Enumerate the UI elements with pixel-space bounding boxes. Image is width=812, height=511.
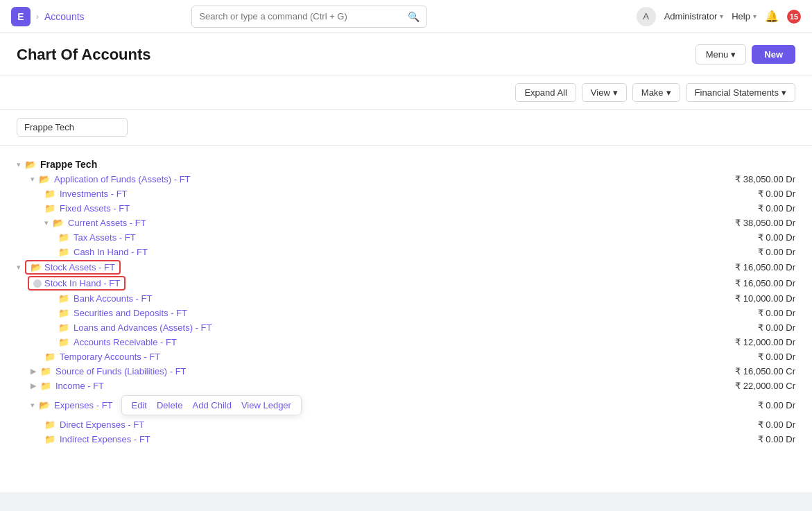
make-dropdown-arrow: ▾ — [666, 87, 671, 98]
new-button[interactable]: New — [752, 45, 795, 64]
income-toggle[interactable]: ▶ — [31, 381, 36, 390]
notification-badge: 15 — [787, 10, 801, 24]
tree-row-source-funds: ▶ Source of Funds (Liabilities) - FT ₹ 1… — [17, 364, 795, 379]
temporary-accounts-label[interactable]: Temporary Accounts - FT — [60, 352, 160, 362]
tree-row-temporary-accounts: Temporary Accounts - FT ₹ 0.00 Dr — [17, 349, 795, 364]
context-view-ledger[interactable]: View Ledger — [239, 399, 294, 412]
menu-dropdown-arrow: ▾ — [731, 49, 736, 60]
filter-bar — [0, 110, 812, 146]
company-filter-input[interactable] — [17, 118, 128, 137]
loans-icon — [58, 322, 69, 333]
accounts-receivable-icon — [58, 337, 69, 347]
tree-row-stock-assets: ▾ Stock Assets - FT ₹ 16,050.00 Dr — [17, 259, 795, 275]
income-icon — [40, 381, 51, 391]
tax-assets-icon — [58, 232, 69, 243]
root-folder-icon — [25, 159, 36, 170]
tree-row-investments: Investments - FT ₹ 0.00 Dr — [17, 187, 795, 201]
search-icon: 🔍 — [408, 11, 420, 22]
tree-row-cash-in-hand: Cash In Hand - FT ₹ 0.00 Dr — [17, 245, 795, 259]
notifications-icon[interactable]: 🔔 — [765, 10, 779, 23]
tree-row-loans: Loans and Advances (Assets) - FT ₹ 0.00 … — [17, 320, 795, 335]
temporary-accounts-amount: ₹ 0.00 Dr — [712, 352, 795, 362]
user-menu[interactable]: Administrator ▾ — [664, 11, 724, 21]
stock-assets-amount: ₹ 16,050.00 Dr — [712, 262, 795, 272]
stock-assets-toggle[interactable]: ▾ — [17, 263, 21, 272]
tree-row-current-assets: ▾ Current Assets - FT ₹ 38,050.00 Dr — [17, 216, 795, 230]
expand-all-button[interactable]: Expand All — [515, 83, 576, 102]
app-logo[interactable]: E — [11, 7, 31, 26]
current-assets-amount: ₹ 38,050.00 Dr — [712, 218, 795, 228]
tree-row-direct-expenses: Direct Expenses - FT ₹ 0.00 Dr — [17, 417, 795, 432]
fixed-assets-label[interactable]: Fixed Assets - FT — [60, 203, 130, 214]
app-funds-amount: ₹ 38,050.00 Dr — [712, 174, 795, 184]
investments-amount: ₹ 0.00 Dr — [712, 189, 795, 199]
temporary-accounts-icon — [44, 352, 55, 362]
expenses-amount: ₹ 0.00 Dr — [712, 400, 795, 410]
investments-label[interactable]: Investments - FT — [60, 189, 128, 199]
tree-row-expenses: ▾ Expenses - FT Edit Delete Add Child Vi… — [17, 393, 795, 417]
loans-label[interactable]: Loans and Advances (Assets) - FT — [74, 322, 211, 333]
fixed-assets-amount: ₹ 0.00 Dr — [712, 203, 795, 214]
indirect-expenses-label[interactable]: Indirect Expenses - FT — [60, 434, 150, 444]
app-funds-toggle[interactable]: ▾ — [31, 175, 35, 184]
investments-icon — [44, 189, 55, 199]
current-assets-label[interactable]: Current Assets - FT — [68, 218, 146, 228]
view-button[interactable]: View ▾ — [582, 83, 627, 102]
navbar: E › Accounts 🔍 A Administrator ▾ Help ▾ … — [0, 0, 812, 33]
direct-expenses-icon — [44, 419, 55, 430]
help-dropdown-arrow: ▾ — [753, 12, 757, 20]
stock-assets-label[interactable]: Stock Assets - FT — [44, 262, 115, 272]
tree-row-root: ▾ Frappe Tech — [17, 157, 795, 172]
current-assets-toggle[interactable]: ▾ — [44, 218, 49, 227]
bank-accounts-label[interactable]: Bank Accounts - FT — [74, 293, 152, 304]
expenses-label[interactable]: Expenses - FT — [54, 400, 113, 410]
bank-accounts-icon — [58, 293, 69, 304]
tree-row-tax-assets: Tax Assets - FT ₹ 0.00 Dr — [17, 230, 795, 245]
tree-row-securities: Securities and Deposits - FT ₹ 0.00 Dr — [17, 306, 795, 320]
navbar-right: A Administrator ▾ Help ▾ 🔔 15 — [637, 7, 801, 26]
stock-in-hand-label[interactable]: Stock In Hand - FT — [44, 278, 120, 288]
securities-icon — [58, 308, 69, 318]
indirect-expenses-icon — [44, 434, 55, 444]
indirect-expenses-amount: ₹ 0.00 Dr — [712, 434, 795, 444]
bank-accounts-amount: ₹ 10,000.00 Dr — [712, 293, 795, 304]
cash-label[interactable]: Cash In Hand - FT — [74, 247, 148, 257]
context-add-child[interactable]: Add Child — [190, 399, 234, 412]
menu-button[interactable]: Menu ▾ — [696, 44, 747, 64]
context-menu: Edit Delete Add Child View Ledger — [121, 395, 302, 415]
app-funds-label[interactable]: Application of Funds (Assets) - FT — [54, 174, 191, 184]
stock-in-hand-amount: ₹ 16,050.00 Dr — [712, 278, 795, 288]
page-title: Chart Of Accounts — [17, 46, 151, 64]
income-amount: ₹ 22,000.00 Cr — [712, 381, 795, 391]
app-funds-icon — [39, 174, 50, 184]
tree-row-application-funds: ▾ Application of Funds (Assets) - FT ₹ 3… — [17, 172, 795, 187]
root-label[interactable]: Frappe Tech — [40, 159, 97, 170]
root-toggle[interactable]: ▾ — [17, 160, 21, 169]
source-funds-toggle[interactable]: ▶ — [31, 367, 36, 376]
income-label[interactable]: Income - FT — [55, 381, 104, 391]
expenses-toggle[interactable]: ▾ — [31, 401, 35, 410]
breadcrumb-accounts[interactable]: Accounts — [44, 11, 85, 22]
context-delete[interactable]: Delete — [154, 399, 186, 412]
help-menu[interactable]: Help ▾ — [732, 11, 757, 21]
loans-amount: ₹ 0.00 Dr — [712, 322, 795, 333]
accounts-receivable-amount: ₹ 12,000.00 Dr — [712, 337, 795, 347]
search-input[interactable] — [199, 11, 404, 21]
breadcrumb-chevron: › — [36, 12, 39, 21]
make-button[interactable]: Make ▾ — [632, 83, 680, 102]
source-funds-label[interactable]: Source of Funds (Liabilities) - FT — [55, 366, 187, 376]
tree-row-accounts-receivable: Accounts Receivable - FT ₹ 12,000.00 Dr — [17, 335, 795, 349]
tax-assets-label[interactable]: Tax Assets - FT — [74, 232, 136, 243]
user-dropdown-arrow: ▾ — [720, 12, 723, 20]
search-bar[interactable]: 🔍 — [191, 6, 427, 28]
fixed-assets-icon — [44, 203, 55, 214]
accounts-receivable-label[interactable]: Accounts Receivable - FT — [74, 337, 177, 347]
securities-amount: ₹ 0.00 Dr — [712, 308, 795, 318]
context-edit[interactable]: Edit — [129, 399, 150, 412]
tax-assets-amount: ₹ 0.00 Dr — [712, 232, 795, 243]
direct-expenses-amount: ₹ 0.00 Dr — [712, 419, 795, 430]
securities-label[interactable]: Securities and Deposits - FT — [74, 308, 187, 318]
direct-expenses-label[interactable]: Direct Expenses - FT — [60, 419, 144, 430]
financial-statements-button[interactable]: Financial Statements ▾ — [686, 83, 795, 102]
stock-in-hand-dot-icon — [33, 279, 42, 288]
